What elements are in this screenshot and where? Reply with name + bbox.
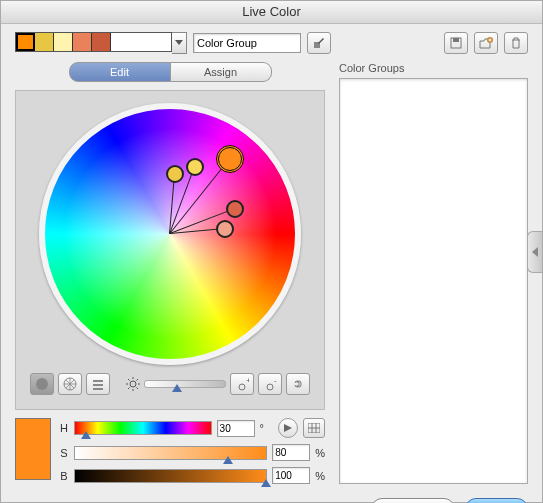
bars-view-icon[interactable] (86, 373, 110, 395)
svg-line-16 (137, 388, 139, 390)
svg-line-15 (128, 379, 130, 381)
hue-input[interactable] (217, 420, 255, 437)
color-wheel[interactable] (39, 103, 301, 365)
new-group-icon[interactable] (474, 32, 498, 54)
brightness-slider[interactable] (144, 380, 226, 388)
svg-rect-8 (93, 384, 103, 386)
svg-point-5 (36, 378, 48, 390)
svg-text:-: - (274, 377, 277, 385)
bri-unit: % (315, 470, 325, 482)
bri-input[interactable] (272, 467, 310, 484)
edit-group-icon[interactable] (307, 32, 331, 54)
svg-rect-7 (93, 380, 103, 382)
wheel-marker-1[interactable] (186, 158, 204, 176)
wheel-marker-4[interactable] (216, 220, 234, 238)
live-color-dialog: Live Color Edit Assign (0, 0, 543, 503)
swatch-empty (111, 33, 171, 51)
swatch-1[interactable] (35, 33, 54, 51)
remove-tool-icon[interactable]: - (258, 373, 282, 395)
svg-marker-28 (532, 247, 538, 257)
svg-marker-23 (284, 424, 292, 432)
color-wheel-area: + - (15, 90, 325, 410)
color-group-name-input[interactable] (193, 33, 301, 53)
sat-slider[interactable] (74, 446, 267, 460)
bri-slider[interactable] (74, 469, 267, 483)
svg-line-17 (137, 379, 139, 381)
swatch-4[interactable] (92, 33, 111, 51)
hue-slider[interactable] (74, 421, 212, 435)
swatch-2[interactable] (54, 33, 73, 51)
swatches-panel-icon[interactable] (303, 418, 325, 438)
save-group-icon[interactable] (444, 32, 468, 54)
svg-point-10 (130, 381, 136, 387)
svg-text:+: + (246, 377, 249, 385)
swatch-strip[interactable] (15, 32, 172, 52)
wheel-marker-3[interactable] (226, 200, 244, 218)
svg-marker-0 (175, 40, 183, 45)
panel-collapse-handle[interactable] (527, 231, 542, 273)
color-groups-list[interactable] (339, 78, 528, 484)
cancel-button[interactable]: Cancel (371, 498, 454, 503)
svg-point-19 (239, 384, 245, 390)
mode-tabs: Edit Assign (15, 62, 325, 82)
segmented-wheel-icon[interactable] (58, 373, 82, 395)
color-groups-label: Color Groups (339, 62, 528, 74)
wheel-marker-0[interactable] (166, 165, 184, 183)
swatch-0[interactable] (16, 33, 35, 51)
sat-unit: % (315, 447, 325, 459)
svg-line-18 (128, 388, 130, 390)
swatch-dropdown[interactable] (172, 32, 187, 54)
sat-input[interactable] (272, 444, 310, 461)
svg-rect-9 (93, 388, 103, 390)
add-tool-icon[interactable]: + (230, 373, 254, 395)
tab-assign[interactable]: Assign (171, 62, 272, 82)
ok-button[interactable]: OK (465, 498, 528, 503)
toolbar (1, 24, 542, 62)
swatch-3[interactable] (73, 33, 92, 51)
dialog-title: Live Color (1, 1, 542, 24)
base-color-swatch[interactable] (15, 418, 51, 480)
tab-edit[interactable]: Edit (69, 62, 171, 82)
hue-label: H (59, 422, 69, 434)
hue-unit: ° (260, 422, 264, 434)
bri-label: B (59, 470, 69, 482)
svg-point-21 (267, 384, 273, 390)
wheel-marker-2[interactable] (216, 145, 244, 173)
color-mode-icon[interactable] (278, 418, 298, 438)
brightness-icon (126, 377, 140, 391)
delete-group-icon[interactable] (504, 32, 528, 54)
link-harmony-icon[interactable] (286, 373, 310, 395)
svg-rect-3 (453, 38, 459, 42)
sat-label: S (59, 447, 69, 459)
smooth-wheel-icon[interactable] (30, 373, 54, 395)
